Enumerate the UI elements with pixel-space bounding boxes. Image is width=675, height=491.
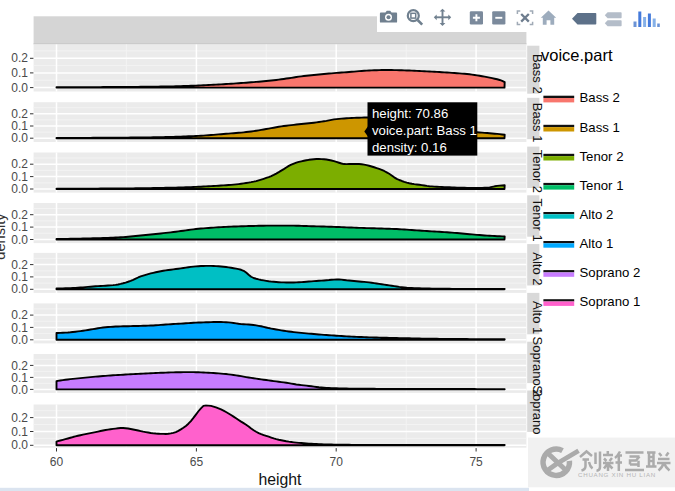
svg-text:0.0: 0.0 [11, 438, 28, 452]
svg-text:Tenor 1: Tenor 1 [580, 178, 624, 193]
svg-text:0.2: 0.2 [11, 51, 28, 65]
svg-text:CHUANG XIN HU LIAN: CHUANG XIN HU LIAN [578, 471, 656, 478]
svg-text:0.0: 0.0 [11, 81, 28, 95]
svg-text:Alto 2: Alto 2 [580, 207, 614, 222]
svg-text:Bass 2: Bass 2 [580, 90, 620, 105]
svg-text:Alto 1: Alto 1 [530, 301, 545, 334]
svg-text:0.0: 0.0 [11, 182, 28, 196]
svg-text:Tenor 2: Tenor 2 [530, 150, 545, 193]
svg-text:Tenor 1: Tenor 1 [530, 198, 545, 241]
svg-text:Tenor 2: Tenor 2 [580, 149, 624, 164]
svg-text:65: 65 [190, 455, 204, 469]
svg-text:60: 60 [50, 455, 64, 469]
svg-text:0.1: 0.1 [11, 425, 28, 439]
svg-text:height: height [258, 471, 302, 488]
svg-text:density: 0.16: density: 0.16 [372, 140, 447, 155]
svg-text:70: 70 [330, 455, 344, 469]
svg-text:voice.part: voice.part [541, 46, 613, 64]
svg-text:Alto 1: Alto 1 [580, 236, 614, 251]
svg-text:0.0: 0.0 [11, 333, 28, 347]
svg-text:0.0: 0.0 [11, 233, 28, 247]
svg-text:Alto 2: Alto 2 [530, 252, 545, 285]
svg-text:Soprano 1: Soprano 1 [530, 385, 545, 445]
svg-text:density: density [0, 213, 8, 260]
svg-text:Soprano 2: Soprano 2 [580, 265, 641, 280]
svg-text:75: 75 [469, 455, 483, 469]
svg-text:Soprano 1: Soprano 1 [580, 294, 641, 309]
svg-text:0.0: 0.0 [11, 383, 28, 397]
svg-text:Bass 1: Bass 1 [530, 103, 545, 143]
svg-text:0.0: 0.0 [11, 131, 28, 145]
svg-text:height: 70.86: height: 70.86 [372, 106, 448, 121]
svg-text:0.0: 0.0 [11, 282, 28, 296]
svg-text:0.1: 0.1 [11, 66, 28, 80]
svg-text:Bass 1: Bass 1 [580, 120, 620, 135]
svg-text:voice.part: Bass 1: voice.part: Bass 1 [372, 123, 477, 138]
svg-text:0.2: 0.2 [11, 411, 28, 425]
